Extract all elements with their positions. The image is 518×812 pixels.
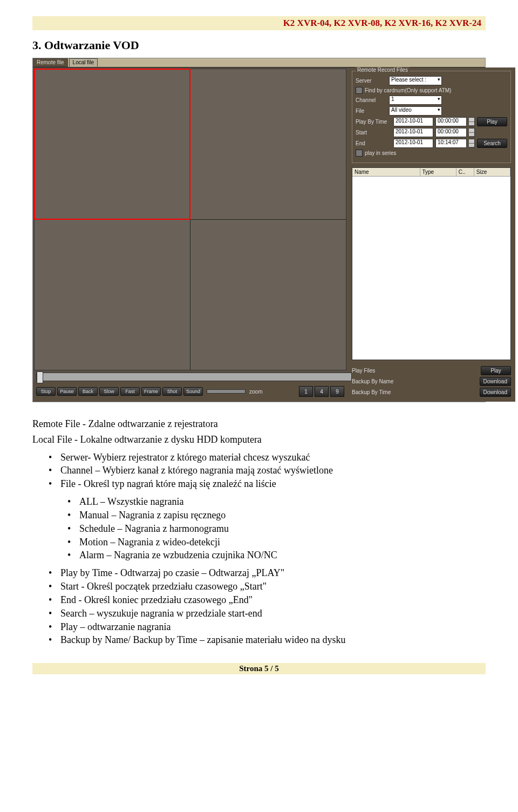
end-spinner[interactable]	[469, 139, 475, 148]
frame-button[interactable]: Frame	[141, 387, 161, 396]
video-cell-4[interactable]	[190, 220, 346, 370]
layout-4-button[interactable]: 4	[315, 386, 329, 397]
right-panel: Remote Record Files Server Please select…	[347, 67, 515, 402]
backup-by-name-label: Backup By Name	[352, 378, 393, 384]
play-button[interactable]: Play	[477, 117, 507, 126]
remote-file-desc: Remote File - Zdalne odtwarzanie z rejes…	[32, 417, 486, 431]
tab-local-file[interactable]: Local file	[69, 58, 98, 67]
list-item: Play – odtwarzanie nagrania	[49, 620, 486, 634]
file-list-header: Name Type C.. Size	[352, 168, 510, 177]
end-time-input[interactable]: 10:14:07	[435, 139, 467, 148]
pause-button[interactable]: Pause	[57, 387, 77, 396]
pbt-time-input[interactable]: 00:00:00	[435, 117, 467, 126]
body-text: Remote File - Zdalne odtwarzanie z rejes…	[32, 417, 486, 647]
remote-record-files-group: Remote Record Files Server Please select…	[352, 71, 511, 163]
shot-button[interactable]: Shot	[162, 387, 182, 396]
list-item: Motion – Nagrania z wideo-detekcji	[67, 536, 486, 549]
video-cell-3[interactable]	[35, 220, 190, 370]
col-size[interactable]: Size	[474, 168, 510, 176]
layout-1-button[interactable]: 1	[299, 386, 313, 397]
server-label: Server	[356, 78, 387, 84]
page-header: K2 XVR-04, K2 XVR-08, K2 XVR-16, K2 XVR-…	[32, 16, 486, 30]
list-item: Alarm – Nagrania ze wzbudzenia czujnika …	[67, 549, 486, 562]
backup-by-time-label: Backup By Time	[352, 389, 391, 395]
fast-button[interactable]: Fast	[120, 387, 140, 396]
slow-button[interactable]: Slow	[99, 387, 119, 396]
list-item: Serwer- Wybierz rejestrator z którego ma…	[49, 451, 486, 464]
list-item: ALL – Wszystkie nagrania	[67, 495, 486, 509]
play-by-time-label: Play By Time	[356, 119, 391, 125]
play-files-label: Play Files	[352, 368, 375, 374]
zoom-label: zoom	[249, 389, 262, 395]
col-c[interactable]: C..	[456, 168, 474, 176]
col-name[interactable]: Name	[352, 168, 420, 176]
stop-button[interactable]: Stop	[36, 387, 56, 396]
file-list: Name Type C.. Size	[352, 167, 511, 360]
file-list-body	[352, 177, 510, 360]
back-button[interactable]: Back	[78, 387, 98, 396]
app-screenshot: Remote file Local file Stop Pause Back	[32, 58, 486, 402]
group-legend: Remote Record Files	[356, 67, 410, 73]
start-spinner[interactable]	[469, 128, 475, 137]
play-files-button[interactable]: Play	[481, 366, 511, 375]
list-item: Search – wyszukuje nagrania w przedziale…	[49, 607, 486, 620]
pbt-date-input[interactable]: 2012-10-01	[393, 117, 433, 126]
pbt-spinner[interactable]	[469, 117, 475, 126]
list-item: Schedule – Nagrania z harmonogramu	[67, 522, 486, 536]
playback-controls: Stop Pause Back Slow Fast Frame Shot Sou…	[33, 381, 347, 402]
channel-label: Channel	[356, 97, 387, 103]
list-item: Backup by Name/ Backup by Time – zapisan…	[49, 633, 486, 647]
file-label: File	[356, 108, 387, 114]
col-type[interactable]: Type	[420, 168, 456, 176]
list-item: Manual – Nagrania z zapisu ręcznego	[67, 509, 486, 522]
page-footer: Strona 5 / 5	[32, 663, 486, 674]
play-in-series-label: play in series	[365, 150, 396, 156]
tab-remote-file[interactable]: Remote file	[33, 58, 68, 67]
playback-timeline[interactable]	[36, 373, 352, 381]
list-item: File - Określ typ nagrań które mają się …	[49, 477, 486, 491]
end-date-input[interactable]: 2012-10-01	[393, 139, 433, 148]
backup-by-time-button[interactable]: Download	[480, 388, 511, 397]
start-time-input[interactable]: 00:00:00	[435, 128, 467, 137]
file-select[interactable]: All video	[389, 106, 442, 116]
tab-bar: Remote file Local file	[33, 58, 485, 67]
video-area: Stop Pause Back Slow Fast Frame Shot Sou…	[33, 67, 347, 402]
start-date-input[interactable]: 2012-10-01	[393, 128, 433, 137]
section-title: 3. Odtwarzanie VOD	[32, 38, 486, 52]
find-by-card-checkbox[interactable]	[356, 87, 363, 94]
local-file-desc: Local File - Lokalne odtwarzanie z dysku…	[32, 433, 486, 446]
end-label: End	[356, 140, 391, 146]
list-item: Channel – Wybierz kanał z którego nagran…	[49, 464, 486, 477]
server-select[interactable]: Please select :	[389, 76, 442, 85]
nested-list: ALL – Wszystkie nagrania Manual – Nagran…	[32, 495, 486, 562]
start-label: Start	[356, 130, 391, 136]
search-button[interactable]: Search	[477, 139, 507, 148]
timeline-thumb[interactable]	[37, 371, 43, 383]
channel-select[interactable]: 1	[389, 96, 442, 105]
video-cell-1[interactable]	[34, 69, 190, 220]
play-in-series-checkbox[interactable]	[356, 150, 363, 157]
list-item: End - Określ koniec przedziału czasowego…	[49, 593, 486, 607]
backup-by-name-button[interactable]: Download	[480, 377, 511, 386]
find-by-card-label: Find by cardnum(Only support ATM)	[365, 87, 451, 93]
zoom-slider[interactable]	[207, 389, 246, 394]
main-list-2: Play by Time - Odtwarzaj po czasie – Odt…	[32, 566, 486, 647]
video-cell-2[interactable]	[190, 69, 346, 219]
layout-9-button[interactable]: 9	[330, 386, 344, 397]
bottom-actions: Play Files Play Backup By Name Download …	[352, 364, 511, 398]
main-list: Serwer- Wybierz rejestrator z którego ma…	[32, 451, 486, 491]
sound-button[interactable]: Sound	[183, 387, 203, 396]
list-item: Play by Time - Odtwarzaj po czasie – Odt…	[49, 566, 486, 580]
video-grid	[34, 69, 346, 370]
list-item: Start - Określ początek przedziału czaso…	[49, 580, 486, 593]
